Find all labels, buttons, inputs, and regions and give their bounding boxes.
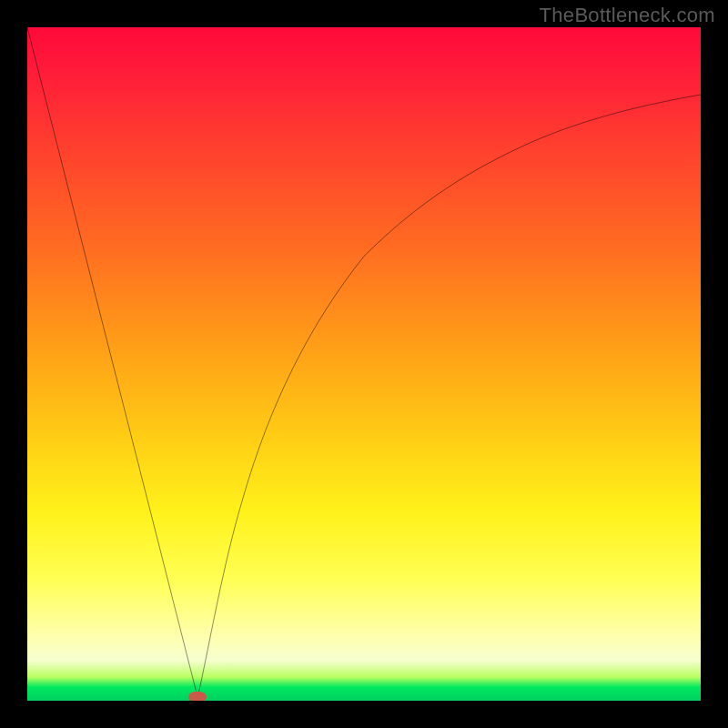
curve-left-branch xyxy=(27,27,197,697)
plot-area xyxy=(27,27,701,701)
vertex-marker xyxy=(188,692,207,701)
curve-right-branch xyxy=(197,95,701,697)
watermark-text: TheBottleneck.com xyxy=(540,4,715,27)
chart-frame: TheBottleneck.com xyxy=(0,0,728,728)
curve-layer xyxy=(27,27,701,701)
